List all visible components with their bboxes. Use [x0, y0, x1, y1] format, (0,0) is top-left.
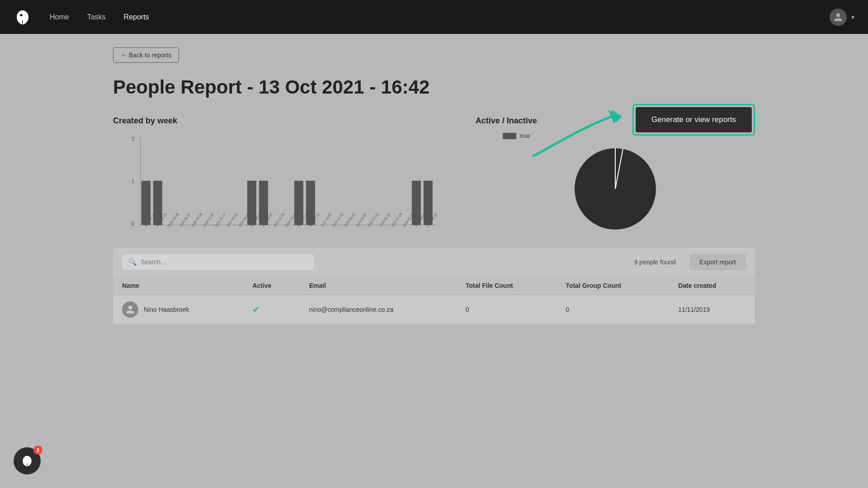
navbar: Home Tasks Reports ▾ — [0, 0, 868, 34]
col-email: Email — [300, 277, 457, 295]
legend-color-true — [503, 133, 516, 139]
svg-text:2021-01-13: 2021-01-13 — [214, 212, 226, 227]
svg-text:2023-07-12: 2023-07-12 — [367, 212, 379, 227]
col-active: Active — [243, 277, 300, 295]
svg-text:2: 2 — [132, 136, 134, 141]
task-badge: 2 — [33, 446, 42, 455]
cell-group-count: 0 — [557, 295, 669, 324]
nav-tasks[interactable]: Tasks — [87, 13, 106, 21]
col-date: Date created — [669, 277, 755, 295]
svg-text:2021-12-29: 2021-12-29 — [273, 212, 285, 227]
data-table: Name Active Email Total File Count Total… — [113, 277, 755, 324]
page-title: People Report - 13 Oct 2021 - 16:42 — [113, 76, 755, 98]
user-menu-chevron[interactable]: ▾ — [851, 14, 854, 21]
main-content: ← Back to reports People Report - 13 Oct… — [0, 34, 868, 488]
user-cell: Nino Haasbroek — [122, 301, 234, 318]
nav-home[interactable]: Home — [50, 13, 69, 21]
cell-date: 11/11/2019 — [669, 295, 755, 324]
legend-label-true: true — [520, 132, 530, 139]
export-report-button[interactable]: Export report — [689, 254, 746, 270]
svg-text:2022-10-05: 2022-10-05 — [320, 212, 332, 227]
table-section: 🔍 9 people found Export report Name Acti… — [113, 248, 755, 324]
back-to-reports-button[interactable]: ← Back to reports — [113, 47, 179, 63]
pie-chart-container — [476, 144, 755, 234]
user-avatar-img — [122, 301, 138, 318]
search-container[interactable]: 🔍 — [122, 254, 314, 270]
svg-text:0: 0 — [132, 221, 134, 226]
col-file-count: Total File Count — [457, 277, 557, 295]
svg-text:2022-12-14: 2022-12-14 — [332, 212, 344, 227]
svg-text:1: 1 — [132, 178, 134, 184]
table-row: Nino Haasbroek ✔ nino@complianceonline.c… — [113, 295, 755, 324]
svg-text:2021-03-24: 2021-03-24 — [226, 212, 238, 227]
svg-text:2020-04-08: 2020-04-08 — [167, 212, 179, 227]
task-widget[interactable]: 2 — [14, 447, 41, 474]
svg-text:2023-11-29: 2023-11-29 — [391, 212, 402, 227]
logo[interactable] — [14, 8, 32, 26]
bar-chart-title: Created by week — [113, 116, 448, 126]
nav-reports[interactable]: Reports — [124, 13, 149, 21]
bar-chart-svg: 2 1 0 — [113, 132, 448, 232]
bar-chart-container: 2 1 0 — [113, 132, 448, 232]
svg-text:2023-09-20: 2023-09-20 — [379, 212, 391, 227]
nav-links: Home Tasks Reports — [50, 13, 149, 21]
search-input[interactable] — [141, 258, 307, 266]
generate-reports-button[interactable]: Generate or view reports — [636, 107, 752, 132]
active-checkmark: ✔ — [252, 305, 260, 314]
col-name: Name — [113, 277, 243, 295]
found-count: 9 people found — [318, 258, 685, 266]
table-header-row: Name Active Email Total File Count Total… — [113, 277, 755, 295]
col-group-count: Total Group Count — [557, 277, 669, 295]
svg-text:2020-06-17: 2020-06-17 — [179, 212, 191, 227]
cell-file-count: 0 — [457, 295, 557, 324]
table-toolbar: 🔍 9 people found Export report — [113, 248, 755, 277]
user-name: Nino Haasbroek — [144, 306, 189, 313]
cell-active: ✔ — [243, 295, 300, 324]
svg-text:2023-02-22: 2023-02-22 — [344, 212, 355, 227]
svg-text:2020-08-26: 2020-08-26 — [191, 212, 203, 227]
user-avatar[interactable] — [830, 9, 847, 26]
cell-email: nino@complianceonline.co.za — [300, 295, 457, 324]
svg-text:2020-11-04: 2020-11-04 — [203, 212, 214, 227]
svg-text:2023-05-03: 2023-05-03 — [355, 212, 367, 227]
generate-reports-container: Generate or view reports — [632, 104, 755, 136]
cell-name: Nino Haasbroek — [113, 295, 243, 324]
navbar-right: ▾ — [830, 9, 854, 26]
pie-chart-svg — [570, 144, 660, 234]
bar-chart-section: Created by week 2 1 0 — [113, 116, 448, 234]
search-icon: 🔍 — [128, 258, 137, 266]
